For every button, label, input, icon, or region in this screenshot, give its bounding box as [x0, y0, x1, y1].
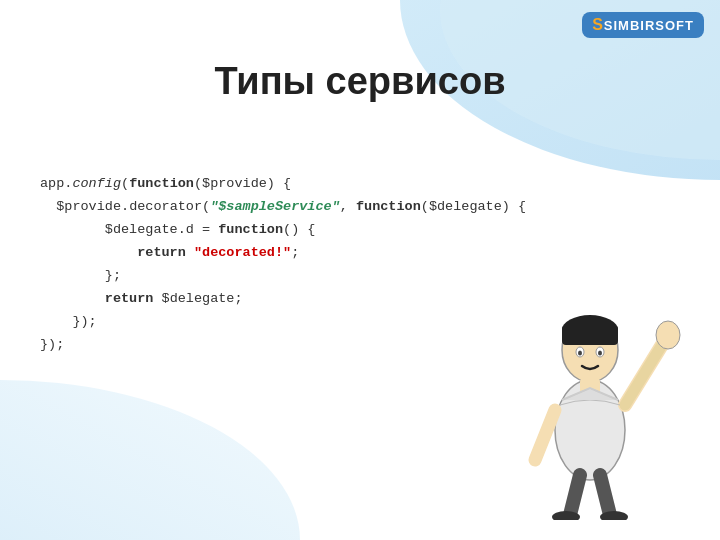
svg-rect-6: [562, 325, 618, 345]
code-line-3: $delegate.d = function() {: [40, 222, 315, 237]
svg-line-14: [535, 410, 555, 460]
character-svg: [490, 260, 690, 520]
code-line-2: $provide.decorator("$sampleService", fun…: [40, 199, 526, 214]
svg-point-2: [0, 380, 300, 540]
page-title: Типы сервисов: [0, 60, 720, 103]
svg-line-15: [570, 475, 580, 515]
logo-text: SIMBIRSOFT: [604, 18, 694, 33]
logo-s-letter: S: [592, 16, 603, 34]
bg-decoration-bottom: [0, 360, 360, 540]
code-line-4: return "decorated!";: [40, 245, 299, 260]
code-line-1: app.config(function($provide) {: [40, 176, 291, 191]
code-line-6: return $delegate;: [40, 291, 243, 306]
svg-point-10: [598, 351, 602, 356]
svg-point-13: [656, 321, 680, 349]
svg-point-9: [578, 351, 582, 356]
code-line-7: });: [40, 314, 97, 329]
character-illustration: [490, 260, 690, 520]
code-block: app.config(function($provide) { $provide…: [40, 150, 460, 356]
code-line-5: };: [40, 268, 121, 283]
svg-line-16: [600, 475, 610, 515]
code-line-8: });: [40, 337, 64, 352]
svg-line-12: [625, 340, 665, 405]
simbirsoft-logo: S SIMBIRSOFT: [582, 12, 704, 38]
